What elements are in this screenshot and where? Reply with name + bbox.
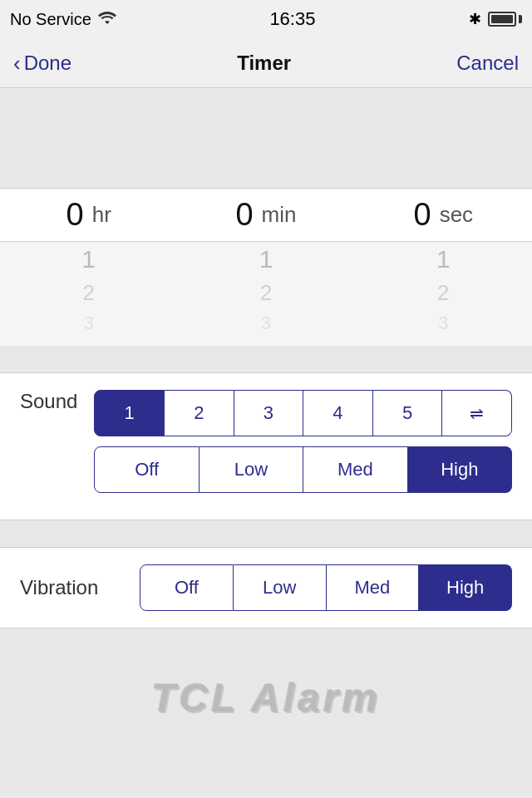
minutes-below-3: 3 [177,309,354,337]
shuffle-icon: ⇌ [470,404,484,422]
hours-value: 0 [66,197,84,233]
picker-below-row-2: 2 2 2 [0,277,532,309]
sound-label: Sound [20,390,77,413]
hours-label: hr [92,202,111,228]
carrier-text: No Service [10,10,91,29]
picker-top-space [0,88,532,188]
seconds-below-3: 3 [355,309,532,337]
sound-repeat-row: 1 2 3 4 5 ⇌ [94,390,512,436]
vibration-med[interactable]: Med [327,564,420,611]
vibration-options-row: Off Low Med High [140,564,512,611]
hours-below-3: 3 [0,309,177,337]
page-title: Timer [237,52,291,75]
picker-below-row-3: 3 3 3 [0,309,532,346]
sound-repeat-2[interactable]: 2 [165,390,234,436]
vibration-buttons: Off Low Med High [140,564,512,611]
done-label: Done [24,52,71,75]
status-right: ✱ [469,10,522,28]
seconds-selected[interactable]: 0 sec [355,189,532,241]
sound-repeat-4[interactable]: 4 [303,390,373,436]
seconds-label: sec [440,202,473,228]
sound-vol-med[interactable]: Med [303,446,407,493]
battery-icon [488,12,522,27]
wifi-icon [98,10,116,29]
vibration-control-group: Vibration Off Low Med High [0,547,532,628]
hours-below-1: 1 [0,242,177,277]
vibration-low[interactable]: Low [234,564,327,611]
minutes-value: 0 [235,197,253,233]
done-button[interactable]: ‹ Done [13,52,71,75]
nav-bar: ‹ Done Timer Cancel [0,38,532,88]
cancel-button[interactable]: Cancel [456,52,519,75]
sound-repeat-1[interactable]: 1 [94,390,165,436]
vibration-label: Vibration [20,576,120,599]
sound-controls: 1 2 3 4 5 ⇌ Off Low Med High [94,390,512,503]
minutes-selected[interactable]: 0 min [177,189,354,241]
status-carrier: No Service [10,10,116,29]
hours-selected[interactable]: 0 hr [0,189,177,241]
sound-vol-high[interactable]: High [408,446,512,493]
sound-vol-off[interactable]: Off [94,446,199,493]
sound-repeat-3[interactable]: 3 [234,390,304,436]
hours-below-2: 2 [0,277,177,309]
footer: TCL Alarm [0,642,532,737]
sound-volume-row: Off Low Med High [94,446,512,493]
brand-name: TCL Alarm [0,675,532,721]
spacer-2 [0,520,532,534]
sound-shuffle-button[interactable]: ⇌ [442,390,512,436]
minutes-below-1: 1 [177,242,354,277]
status-time: 16:35 [269,8,315,30]
picker-below-row-1: 1 1 1 [0,242,532,277]
seconds-below-1: 1 [355,242,532,277]
seconds-value: 0 [414,197,431,233]
sound-repeat-5[interactable]: 5 [373,390,443,436]
vibration-off[interactable]: Off [140,564,234,611]
minutes-below-2: 2 [177,277,354,309]
sound-vol-low[interactable]: Low [200,446,303,493]
vibration-high[interactable]: High [419,564,512,611]
chevron-left-icon: ‹ [13,52,21,74]
picker-selected-row: 0 hr 0 min 0 sec [0,188,532,242]
spacer-3 [0,628,532,642]
bluetooth-icon: ✱ [469,10,481,28]
sound-control-group: Sound 1 2 3 4 5 ⇌ Off Low Med High [0,372,532,520]
minutes-label: min [262,202,297,228]
status-bar: No Service 16:35 ✱ [0,0,532,38]
time-picker[interactable]: 0 hr 0 min 0 sec 1 1 1 2 2 2 3 3 3 [0,188,532,346]
spacer-1 [0,346,532,359]
seconds-below-2: 2 [355,277,532,309]
